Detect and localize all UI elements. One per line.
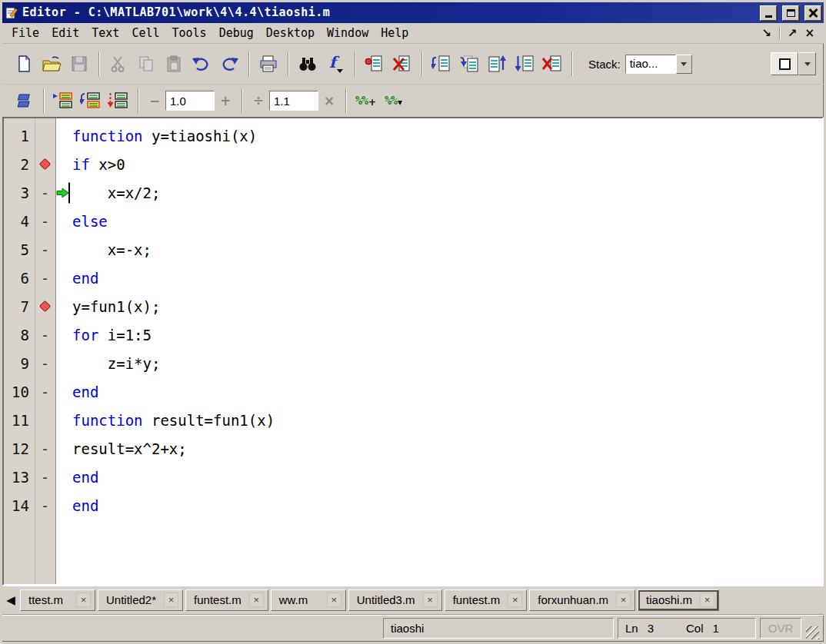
stack-combobox[interactable]: tiao... (625, 55, 692, 74)
value-input[interactable] (165, 91, 215, 111)
copy-button[interactable] (132, 50, 160, 78)
divide-value-button[interactable]: ÷ (248, 91, 269, 111)
increment-value-button[interactable]: + (215, 91, 236, 111)
insert-function-button[interactable]: f (321, 50, 349, 78)
exit-debug-button[interactable] (538, 50, 566, 78)
clear-breakpoints-button[interactable] (388, 50, 416, 78)
maximize-button[interactable] (782, 5, 799, 21)
line-number[interactable]: 14 (4, 497, 35, 514)
tab-ww-m[interactable]: ww.m× (271, 589, 346, 611)
menu-text[interactable]: Text (92, 26, 119, 40)
menu-desktop[interactable]: Desktop (266, 26, 315, 40)
open-file-button[interactable] (38, 50, 65, 78)
menu-window[interactable]: Window (327, 26, 368, 40)
line-number[interactable]: 7 (4, 298, 35, 315)
line-number[interactable]: 4 (4, 213, 35, 230)
paste-button[interactable] (160, 50, 188, 78)
line-number[interactable]: 3 (4, 184, 35, 201)
menu-help[interactable]: Help (381, 26, 408, 40)
breakpoint-gutter[interactable] (35, 302, 55, 310)
breakpoint-gutter[interactable]: - (35, 241, 55, 258)
find-button[interactable] (294, 50, 321, 78)
resize-grip[interactable] (806, 626, 819, 639)
evaluate-cell-advance-button[interactable] (77, 87, 105, 115)
code-text[interactable]: if x>0 (55, 156, 822, 173)
breakpoint-icon[interactable] (39, 158, 52, 171)
line-number[interactable]: 8 (4, 327, 35, 344)
tab-tiaoshi-m[interactable]: tiaoshi.m× (638, 589, 719, 611)
continue-button[interactable] (511, 50, 538, 78)
titlebar[interactable]: Editor - C:\MATLAB701\work\4\4.4\tiaoshi… (2, 2, 824, 23)
step-button[interactable] (428, 50, 455, 78)
line-number[interactable]: 2 (4, 156, 35, 173)
menu-edit[interactable]: Edit (52, 26, 79, 40)
tab-close-icon[interactable]: × (164, 593, 178, 607)
breakpoint-icon[interactable] (39, 300, 52, 313)
code-text[interactable]: end (55, 469, 822, 486)
code-editor[interactable]: 1function y=tiaoshi(x)2if x>03- x=x/2;4-… (2, 117, 824, 586)
new-file-button[interactable] (10, 50, 38, 78)
menu-cell[interactable]: Cell (132, 26, 159, 40)
decrement-value-button[interactable]: − (144, 91, 165, 111)
code-text[interactable]: function result=fun1(x) (55, 412, 822, 429)
undock-icon[interactable]: ↗ (788, 26, 798, 40)
evaluate-file-button[interactable] (105, 87, 132, 115)
breakpoint-gutter[interactable]: - (35, 383, 55, 400)
tab-close-icon[interactable]: × (327, 593, 341, 607)
tab-scroll-left-icon[interactable]: ◀ (4, 590, 18, 610)
evaluate-cell-button[interactable] (49, 87, 77, 115)
breakpoint-gutter[interactable]: - (35, 355, 55, 372)
split-screen-dropdown-button[interactable] (798, 52, 816, 75)
multiply-value-button[interactable]: × (318, 91, 340, 111)
tab-forxunhuan-m[interactable]: forxunhuan.m× (529, 589, 635, 611)
line-number[interactable]: 12 (4, 440, 35, 457)
close-button[interactable] (804, 5, 821, 21)
tab-close-icon[interactable]: × (423, 593, 438, 607)
breakpoint-gutter[interactable]: - (35, 270, 55, 287)
line-number[interactable]: 9 (4, 355, 35, 372)
tab-untitled2-[interactable]: Untitled2*× (98, 589, 183, 611)
code-text[interactable]: else (55, 213, 822, 230)
code-text[interactable]: z=i*y; (55, 355, 822, 372)
tab-close-icon[interactable]: × (76, 593, 91, 607)
breakpoint-gutter[interactable]: - (35, 213, 55, 230)
breakpoint-gutter[interactable]: - (35, 440, 55, 457)
code-text[interactable]: end (55, 497, 822, 514)
tab-funtest-m[interactable]: funtest.m× (445, 589, 528, 611)
menu-file[interactable]: File (12, 26, 39, 40)
cell-menu-button[interactable]: %%▾ (379, 87, 407, 115)
set-breakpoint-button[interactable] (361, 50, 388, 78)
tab-funtest-m[interactable]: funtest.m× (185, 589, 268, 611)
cut-button[interactable] (105, 50, 132, 78)
line-number[interactable]: 5 (4, 241, 35, 258)
line-number[interactable]: 10 (4, 383, 35, 400)
breakpoint-gutter[interactable]: - (35, 327, 55, 344)
code-text[interactable]: for i=1:5 (55, 327, 822, 344)
tab-close-icon[interactable]: × (508, 593, 522, 607)
factor-input[interactable] (269, 91, 318, 111)
breakpoint-gutter[interactable]: - (35, 497, 55, 514)
stack-dropdown-button[interactable] (676, 55, 692, 74)
code-text[interactable]: end (55, 270, 822, 287)
code-text[interactable]: result=x^2+x; (55, 440, 822, 457)
redo-button[interactable] (215, 50, 243, 78)
insert-cell-divider-button[interactable]: %%+ (351, 87, 379, 115)
tab-ttest-m[interactable]: ttest.m× (20, 589, 95, 611)
code-text[interactable]: end (55, 383, 822, 400)
print-button[interactable] (255, 50, 282, 78)
menu-debug[interactable]: Debug (219, 26, 254, 40)
breakpoint-gutter[interactable]: - (35, 184, 55, 201)
menu-tools[interactable]: Tools (172, 26, 207, 40)
cell-mode-button[interactable] (10, 87, 38, 115)
tab-close-icon[interactable]: × (700, 593, 714, 607)
line-number[interactable]: 6 (4, 270, 35, 287)
code-text[interactable]: function y=tiaoshi(x) (55, 128, 822, 144)
tab-untitled3-m[interactable]: Untitled3.m× (348, 589, 442, 611)
breakpoint-gutter[interactable]: - (35, 469, 55, 486)
line-number[interactable]: 1 (4, 128, 35, 144)
step-out-button[interactable] (483, 50, 511, 78)
minimize-button[interactable] (760, 5, 777, 21)
step-in-button[interactable] (455, 50, 483, 78)
code-text[interactable]: x=-x; (55, 241, 822, 258)
breakpoint-gutter[interactable] (35, 160, 55, 168)
